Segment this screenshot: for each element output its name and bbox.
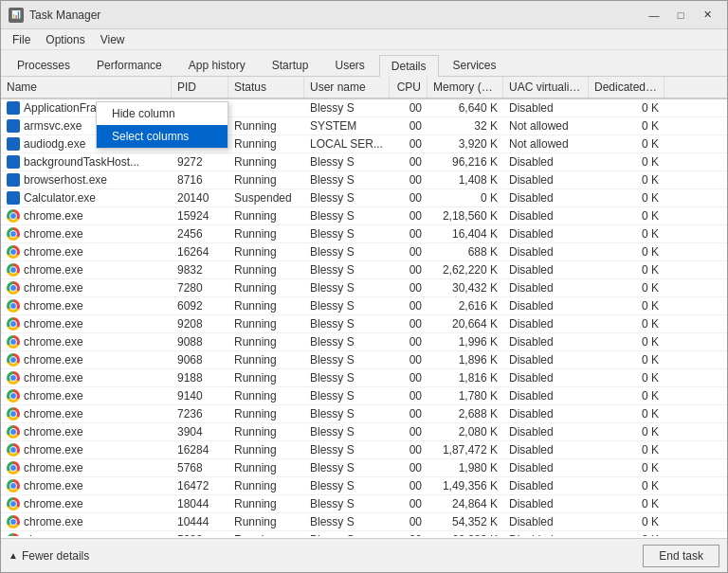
process-memory: 2,080 K <box>428 423 503 440</box>
menu-options[interactable]: Options <box>38 31 92 48</box>
col-header-dedicated[interactable]: Dedicated ... <box>589 77 664 98</box>
process-username: SYSTEM <box>304 117 390 134</box>
process-username: LOCAL SER... <box>304 135 390 152</box>
table-row[interactable]: chrome.exe 3904 Running Blessy S 00 2,08… <box>1 423 727 441</box>
process-memory: 0 K <box>428 189 503 206</box>
fewer-details-button[interactable]: ▲ Fewer details <box>9 549 89 563</box>
process-uac: Disabled <box>503 423 589 440</box>
table-row[interactable]: chrome.exe 7280 Running Blessy S 00 30,4… <box>1 279 727 297</box>
table-row[interactable]: chrome.exe 9832 Running Blessy S 00 2,62… <box>1 261 727 279</box>
context-select-columns[interactable]: Select columns <box>97 125 228 148</box>
table-row[interactable]: chrome.exe 10444 Running Blessy S 00 54,… <box>1 513 727 531</box>
table-row[interactable]: chrome.exe 9088 Running Blessy S 00 1,99… <box>1 333 727 351</box>
table-row[interactable]: chrome.exe 9068 Running Blessy S 00 1,89… <box>1 351 727 369</box>
process-cpu: 00 <box>390 459 428 476</box>
process-username: Blessy S <box>304 333 390 350</box>
process-name: chrome.exe <box>1 333 172 350</box>
process-uac: Disabled <box>503 369 589 386</box>
close-button[interactable]: ✕ <box>695 5 719 26</box>
table-row[interactable]: chrome.exe 5392 Running Blessy S 00 60,0… <box>1 531 727 536</box>
process-memory: 1,896 K <box>428 351 503 368</box>
col-header-pid[interactable]: PID <box>172 77 228 98</box>
tab-users[interactable]: Users <box>322 54 376 76</box>
menu-file[interactable]: File <box>5 31 38 48</box>
tab-services[interactable]: Services <box>441 54 509 76</box>
process-uac: Disabled <box>503 513 589 530</box>
process-pid: 8716 <box>172 171 228 188</box>
chrome-icon <box>7 533 20 536</box>
process-uac: Disabled <box>503 531 589 536</box>
process-memory: 1,996 K <box>428 333 503 350</box>
process-pid: 9068 <box>172 351 228 368</box>
process-cpu: 00 <box>390 405 428 422</box>
process-name: chrome.exe <box>1 477 172 494</box>
table-row[interactable]: chrome.exe 15924 Running Blessy S 00 2,1… <box>1 207 727 225</box>
table-row[interactable]: chrome.exe 5768 Running Blessy S 00 1,98… <box>1 459 727 477</box>
table-row[interactable]: chrome.exe 9140 Running Blessy S 00 1,78… <box>1 387 727 405</box>
table-row[interactable]: chrome.exe 9208 Running Blessy S 00 20,6… <box>1 315 727 333</box>
process-name-text: chrome.exe <box>24 353 83 367</box>
table-row[interactable]: chrome.exe 6092 Running Blessy S 00 2,61… <box>1 297 727 315</box>
process-uac: Disabled <box>503 405 589 422</box>
process-status: Running <box>228 423 304 440</box>
table-row[interactable]: chrome.exe 16264 Running Blessy S 00 688… <box>1 243 727 261</box>
minimize-button[interactable]: — <box>642 5 666 26</box>
table-row[interactable]: chrome.exe 7236 Running Blessy S 00 2,68… <box>1 405 727 423</box>
col-header-memory[interactable]: Memory (ac... <box>428 77 503 98</box>
process-username: Blessy S <box>304 243 390 260</box>
chrome-icon <box>7 335 20 349</box>
process-pid: 16264 <box>172 243 228 260</box>
process-dedicated: 0 K <box>589 99 664 116</box>
process-name: chrome.exe <box>1 315 172 332</box>
col-header-status[interactable]: Status <box>228 77 304 98</box>
table-row[interactable]: chrome.exe 16284 Running Blessy S 00 1,8… <box>1 441 727 459</box>
end-task-button[interactable]: End task <box>643 545 719 567</box>
process-status: Running <box>228 297 304 314</box>
process-name: chrome.exe <box>1 423 172 440</box>
process-name: chrome.exe <box>1 225 172 242</box>
tab-app-history[interactable]: App history <box>176 54 258 76</box>
tab-processes[interactable]: Processes <box>5 54 82 76</box>
process-cpu: 00 <box>390 495 428 512</box>
process-name: chrome.exe <box>1 387 172 404</box>
menu-bar: File Options View <box>1 29 727 50</box>
process-cpu: 00 <box>390 279 428 296</box>
process-pid: 16472 <box>172 477 228 494</box>
table-row[interactable]: backgroundTaskHost... 9272 Running Bless… <box>1 153 727 171</box>
process-status: Running <box>228 261 304 278</box>
process-icon <box>7 119 20 133</box>
table-row[interactable]: chrome.exe 16472 Running Blessy S 00 1,4… <box>1 477 727 495</box>
process-cpu: 00 <box>390 117 428 134</box>
process-cpu: 00 <box>390 243 428 260</box>
process-cpu: 00 <box>390 387 428 404</box>
tab-details[interactable]: Details <box>379 55 439 77</box>
col-header-uac[interactable]: UAC virtualiz... <box>503 77 589 98</box>
table-row[interactable]: chrome.exe 9188 Running Blessy S 00 1,81… <box>1 369 727 387</box>
process-status: Running <box>228 279 304 296</box>
col-header-name[interactable]: Name <box>1 77 172 98</box>
process-cpu: 00 <box>390 261 428 278</box>
tab-performance[interactable]: Performance <box>84 54 174 76</box>
process-cpu: 00 <box>390 423 428 440</box>
process-username: Blessy S <box>304 351 390 368</box>
process-pid: 9188 <box>172 369 228 386</box>
process-dedicated: 0 K <box>589 423 664 440</box>
maximize-button[interactable]: □ <box>668 5 693 26</box>
process-name: chrome.exe <box>1 405 172 422</box>
tab-startup[interactable]: Startup <box>260 54 321 76</box>
context-hide-column[interactable]: Hide column <box>97 102 228 125</box>
process-cpu: 00 <box>390 135 428 152</box>
process-username: Blessy S <box>304 207 390 224</box>
process-cpu: 00 <box>390 207 428 224</box>
table-row[interactable]: Calculator.exe 20140 Suspended Blessy S … <box>1 189 727 207</box>
chrome-icon <box>7 263 20 277</box>
process-uac: Disabled <box>503 495 589 512</box>
table-row[interactable]: chrome.exe 2456 Running Blessy S 00 16,4… <box>1 225 727 243</box>
menu-view[interactable]: View <box>93 31 133 48</box>
process-username: Blessy S <box>304 405 390 422</box>
process-pid: 18044 <box>172 495 228 512</box>
col-header-cpu[interactable]: CPU <box>390 77 428 98</box>
table-row[interactable]: browserhost.exe 8716 Running Blessy S 00… <box>1 171 727 189</box>
table-row[interactable]: chrome.exe 18044 Running Blessy S 00 24,… <box>1 495 727 513</box>
col-header-username[interactable]: User name <box>304 77 390 98</box>
